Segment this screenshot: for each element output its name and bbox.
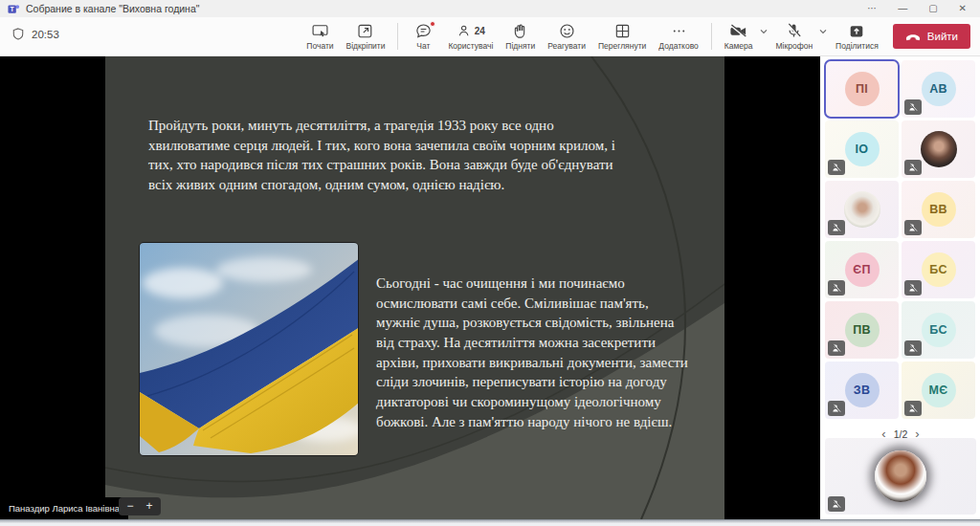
chat-button[interactable]: Чат	[407, 21, 439, 52]
react-button[interactable]: Реагувати	[544, 21, 590, 52]
window-minimize-button[interactable]: —	[898, 0, 907, 17]
unpin-button[interactable]: Відкріпити	[343, 21, 390, 52]
self-video-tile[interactable]	[825, 438, 976, 515]
participant-tile[interactable]: ЄП	[825, 241, 899, 298]
mic-off-icon	[785, 22, 803, 40]
hang-up-icon	[905, 33, 921, 41]
screen-share-icon	[311, 22, 329, 40]
leave-meeting-button[interactable]: Вийти	[893, 24, 970, 49]
participant-initials-avatar: МЄ	[922, 373, 956, 407]
svg-text:T: T	[11, 5, 15, 11]
participant-tile[interactable]: ЗВ	[825, 362, 899, 419]
mic-muted-icon	[828, 401, 845, 416]
more-actions-button[interactable]: Додатково	[655, 21, 702, 52]
camera-off-icon	[728, 22, 748, 40]
participant-tile[interactable]: БС	[902, 241, 975, 298]
share-screen-icon	[848, 22, 865, 40]
mic-muted-icon	[828, 280, 845, 296]
teams-logo-icon: T	[8, 3, 20, 15]
timer-value: 20:53	[32, 29, 59, 40]
participant-tile[interactable]: ПІ	[825, 60, 899, 118]
taskbar-edge	[0, 519, 980, 526]
zoom-controls: − +	[119, 497, 161, 515]
camera-button[interactable]: Камера	[721, 21, 757, 52]
participant-initials-avatar: АВ	[922, 72, 956, 106]
people-icon: 24	[457, 22, 485, 40]
participant-initials-avatar: ІО	[845, 132, 880, 166]
participant-initials-avatar: ПВ	[845, 313, 880, 347]
grid-view-icon	[613, 22, 632, 40]
participant-tile[interactable]: ВВ	[902, 181, 975, 238]
toolbar-divider	[711, 23, 712, 50]
shield-icon	[11, 27, 25, 41]
participants-sidebar: ПІАВІОВВЄПБСПВБСЗВМЄ ‹ 1/2 ›	[820, 56, 980, 526]
meeting-toolbar: 20:53 Почати Відкріпити	[0, 17, 980, 56]
participant-initials-avatar: ЄП	[845, 252, 880, 287]
raised-hand-icon	[511, 22, 529, 40]
mic-muted-icon	[904, 220, 922, 235]
toolbar-divider	[397, 23, 398, 50]
participants-count: 24	[475, 26, 485, 36]
participant-initials-avatar: БС	[922, 252, 956, 287]
participant-initials-avatar: ВВ	[922, 192, 956, 227]
participant-initials-avatar: ПІ	[845, 72, 880, 106]
leave-button-label: Вийти	[927, 31, 958, 42]
smiley-icon	[558, 22, 576, 40]
participant-tile[interactable]	[825, 181, 899, 238]
mic-muted-icon	[828, 220, 845, 235]
microphone-button[interactable]: Мікрофон	[772, 21, 817, 52]
zoom-out-button[interactable]: −	[122, 498, 138, 515]
shared-content-stage: Пройдуть роки, минуть десятиліття, а тра…	[0, 56, 820, 519]
view-button[interactable]: Переглянути	[594, 21, 650, 52]
participant-photo-avatar	[844, 191, 880, 228]
start-presenting-button[interactable]: Почати	[302, 21, 337, 52]
participant-tile[interactable]: МЄ	[902, 362, 975, 419]
participant-initials-avatar: БС	[922, 313, 956, 347]
share-button[interactable]: Поділитися	[832, 21, 882, 52]
window-close-button[interactable]: ✕	[959, 0, 967, 17]
self-avatar	[875, 450, 926, 502]
mic-muted-icon	[828, 160, 845, 175]
ukrainian-flag-image	[139, 242, 359, 456]
participant-initials-avatar: ЗВ	[845, 373, 880, 407]
slide-paragraph-1: Пройдуть роки, минуть десятиліття, а тра…	[148, 116, 627, 195]
participants-button[interactable]: 24 Користувачі	[444, 21, 497, 52]
pop-out-icon	[356, 22, 374, 40]
mic-muted-icon	[904, 401, 922, 416]
zoom-in-button[interactable]: +	[142, 498, 157, 515]
mic-muted-icon	[904, 160, 922, 175]
presentation-slide: Пройдуть роки, минуть десятиліття, а тра…	[105, 56, 724, 519]
mic-muted-icon	[904, 280, 922, 296]
participant-tile[interactable]: ПВ	[825, 301, 899, 359]
window-title: Собрание в канале "Виховна година"	[26, 3, 199, 14]
participant-tile[interactable]: БС	[902, 301, 975, 359]
mic-muted-icon	[828, 496, 845, 512]
window-titlebar: T Собрание в канале "Виховна година" ⋯ —…	[0, 0, 980, 17]
participant-photo-avatar	[921, 131, 957, 167]
presenter-name-label: Паназдир Лариса Іванівна	[0, 497, 128, 520]
mic-muted-icon	[904, 340, 922, 356]
participant-tile[interactable]: АВ	[902, 60, 975, 118]
window-more-button[interactable]: ⋯	[867, 0, 877, 17]
participant-tile[interactable]	[902, 121, 975, 178]
mic-muted-icon	[904, 99, 922, 115]
participant-tile[interactable]: ІО	[825, 121, 899, 178]
camera-options-chevron-icon[interactable]	[760, 29, 768, 34]
window-maximize-button[interactable]: ▢	[928, 0, 937, 17]
chat-icon	[414, 22, 433, 40]
mic-options-chevron-icon[interactable]	[819, 29, 827, 34]
raise-hand-button[interactable]: Підняти	[501, 21, 539, 52]
ellipsis-icon	[670, 22, 688, 40]
chat-notification-dot	[430, 21, 435, 27]
slide-paragraph-2: Сьогодні - час очищення і ми починаємо о…	[376, 274, 692, 432]
teams-meeting-window: T Собрание в канале "Виховна година" ⋯ —…	[0, 0, 980, 526]
participants-grid: ПІАВІОВВЄПБСПВБСЗВМЄ	[825, 60, 976, 419]
meeting-timer: 20:53	[11, 27, 59, 41]
mic-muted-icon	[828, 340, 845, 356]
